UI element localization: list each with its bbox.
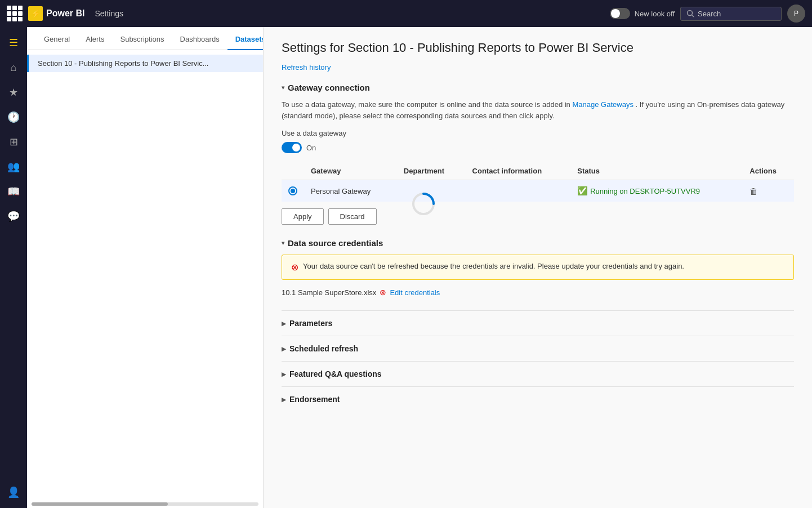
search-icon	[686, 10, 694, 17]
featured-qa-section[interactable]: ▶ Featured Q&A questions	[282, 361, 794, 386]
gateway-actions: 🗑	[743, 180, 794, 202]
col-radio	[282, 162, 304, 180]
gateway-table: Gateway Department Contact information S…	[282, 162, 794, 202]
tab-dashboards[interactable]: Dashboards	[172, 27, 227, 50]
gateway-section-title: Gateway connection	[288, 83, 370, 92]
dataset-item[interactable]: Section 10 - Publishing Reports to Power…	[27, 55, 263, 72]
tab-alerts[interactable]: Alerts	[78, 27, 112, 50]
sidebar-item-apps[interactable]: ⊞	[2, 131, 25, 153]
col-gateway: Gateway	[304, 162, 397, 180]
app-logo: ⚡ Power BI	[28, 6, 84, 21]
table-row: Personal Gateway ✅ Running on DESKTOP-5U…	[282, 180, 794, 202]
page-title: Settings	[95, 9, 123, 18]
sidebar-item-recent[interactable]: 🕐	[2, 106, 25, 128]
gateway-description: To use a data gateway, make sure the com…	[282, 99, 794, 121]
scrollbar-track[interactable]	[32, 502, 258, 506]
parameters-arrow: ▶	[282, 320, 286, 327]
gateway-contact	[466, 180, 571, 202]
featured-qa-title: Featured Q&A questions	[289, 369, 382, 378]
gateway-arrow: ▾	[282, 84, 284, 91]
sidebar-item-metrics[interactable]: 💬	[2, 205, 25, 228]
warning-icon: ⊗	[291, 262, 298, 273]
col-department: Department	[397, 162, 466, 180]
sidebar-item-home[interactable]: ⌂	[2, 56, 25, 79]
profile-button[interactable]: P	[787, 5, 805, 23]
datasource-section: ▾ Data source credentials ⊗ Your data so…	[282, 238, 794, 297]
file-name: 10.1 Sample SuperStore.xlsx	[282, 288, 376, 297]
topbar: ⚡ Power BI Settings New look off Search …	[0, 0, 812, 27]
refresh-history-link[interactable]: Refresh history	[282, 63, 331, 72]
dataset-list: Section 10 - Publishing Reports to Power…	[27, 50, 263, 500]
scheduled-refresh-section[interactable]: ▶ Scheduled refresh	[282, 336, 794, 361]
datasource-arrow: ▾	[282, 240, 284, 246]
settings-title: Settings for Section 10 - Publishing Rep…	[282, 41, 794, 55]
gateway-name: Personal Gateway	[304, 180, 397, 202]
sidebar-item-profile[interactable]: 👤	[2, 481, 25, 503]
use-gateway-label: Use a data gateway	[282, 129, 794, 137]
gateway-toggle[interactable]	[282, 142, 302, 153]
logo-icon: ⚡	[28, 6, 43, 21]
new-look-toggle-row: New look off	[610, 8, 675, 19]
warning-box: ⊗ Your data source can't be refreshed be…	[282, 255, 794, 280]
col-status: Status	[570, 162, 743, 180]
credentials-row: 10.1 Sample SuperStore.xlsx ⊗ Edit crede…	[282, 288, 794, 297]
right-panel: Settings for Section 10 - Publishing Rep…	[264, 27, 812, 508]
gateway-status: ✅ Running on DESKTOP-5UTVVR9	[570, 180, 743, 202]
delete-button[interactable]: 🗑	[749, 186, 758, 196]
gateway-toggle-label: On	[306, 144, 316, 152]
discard-button[interactable]: Discard	[328, 208, 377, 225]
gateway-section-header[interactable]: ▾ Gateway connection	[282, 83, 794, 92]
gateway-toggle-row: On	[282, 142, 794, 153]
status-check-icon: ✅	[577, 186, 588, 196]
search-label: Search	[698, 10, 721, 18]
new-look-label: New look off	[635, 10, 675, 18]
endorsement-title: Endorsement	[289, 395, 340, 404]
datasource-section-header[interactable]: ▾ Data source credentials	[282, 238, 794, 248]
profile-initials: P	[794, 10, 798, 17]
col-actions: Actions	[743, 162, 794, 180]
sidebar: ☰ ⌂ ★ 🕐 ⊞ 👥 📖 💬 👤	[0, 27, 27, 508]
error-icon: ⊗	[380, 288, 386, 297]
tab-subscriptions[interactable]: Subscriptions	[112, 27, 172, 50]
sidebar-item-menu[interactable]: ☰	[2, 32, 25, 54]
col-contact: Contact information	[466, 162, 571, 180]
gateway-department	[397, 180, 466, 202]
tabs-row: General Alerts Subscriptions Dashboards …	[27, 27, 263, 50]
tab-datasets[interactable]: Datasets	[227, 27, 264, 50]
parameters-section[interactable]: ▶ Parameters	[282, 310, 794, 336]
manage-gateways-link[interactable]: Manage Gateways	[572, 100, 633, 109]
endorsement-section[interactable]: ▶ Endorsement	[282, 386, 794, 412]
dataset-label: Section 10 - Publishing Reports to Power…	[38, 59, 208, 68]
sidebar-item-favorites[interactable]: ★	[2, 81, 25, 104]
waffle-menu[interactable]	[7, 6, 23, 21]
sidebar-item-shared[interactable]: 👥	[2, 155, 25, 178]
svg-line-1	[692, 15, 694, 17]
scheduled-refresh-arrow: ▶	[282, 346, 286, 352]
endorsement-arrow: ▶	[282, 396, 286, 403]
apply-button[interactable]: Apply	[282, 208, 324, 225]
featured-qa-arrow: ▶	[282, 371, 286, 377]
new-look-toggle[interactable]	[610, 8, 630, 19]
datasource-section-title: Data source credentials	[288, 238, 383, 248]
tab-general[interactable]: General	[36, 27, 78, 50]
app-name: Power BI	[46, 8, 84, 19]
gateway-section: ▾ Gateway connection To use a data gatew…	[282, 83, 794, 225]
warning-text: Your data source can't be refreshed beca…	[303, 262, 684, 270]
scrollbar-thumb[interactable]	[32, 502, 168, 506]
scheduled-refresh-title: Scheduled refresh	[289, 344, 358, 353]
search-button[interactable]: Search	[680, 7, 782, 21]
sidebar-item-learn[interactable]: 📖	[2, 180, 25, 203]
parameters-title: Parameters	[289, 319, 332, 328]
left-panel: General Alerts Subscriptions Dashboards …	[27, 27, 264, 508]
edit-credentials-link[interactable]: Edit credentials	[390, 288, 440, 297]
status-badge: ✅ Running on DESKTOP-5UTVVR9	[577, 186, 736, 196]
svg-point-0	[688, 11, 693, 16]
radio-button[interactable]	[288, 186, 297, 195]
action-buttons: Apply Discard	[282, 208, 794, 225]
radio-cell[interactable]	[282, 180, 304, 202]
